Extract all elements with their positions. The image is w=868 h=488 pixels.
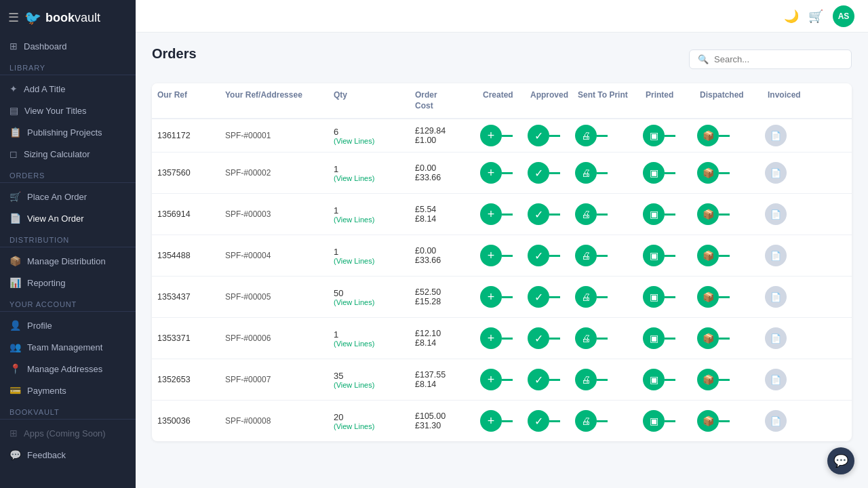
dashboard-label: Dashboard: [24, 41, 67, 52]
pipe-line-2: [597, 296, 608, 298]
sidebar-item-reporting[interactable]: 📊 Reporting: [0, 272, 136, 293]
view-order-label: View An Order: [27, 214, 84, 224]
status-dot-check: ✓: [528, 203, 549, 225]
col-qty: Qty: [328, 83, 410, 118]
status-plus-cell: +: [477, 239, 525, 272]
status-dot-monitor: ▣: [643, 286, 665, 308]
status-dot-doc: 📄: [765, 245, 787, 266]
view-lines-link[interactable]: (View Lines): [334, 174, 404, 182]
order-cost-cell: £12.10£8.14: [410, 322, 477, 354]
status-dot-check: ✓: [528, 162, 549, 184]
view-lines-link[interactable]: (View Lines): [334, 422, 404, 430]
status-doc-cell: 📄: [762, 405, 816, 437]
status-box-cell: 📦: [694, 198, 762, 230]
pipe-line-3: [665, 172, 675, 174]
table-row: 1356914SPF-#000031(View Lines)£5.54£8.14…: [152, 194, 852, 235]
your-ref-cell: SPF-#00001: [220, 124, 328, 147]
order-cost-cell: £105.00£31.30: [410, 405, 477, 437]
search-input[interactable]: [714, 54, 843, 64]
pipe-line-3: [665, 296, 675, 298]
pipe-line-2: [597, 420, 608, 422]
bookvault-section: Bookvault: [0, 401, 136, 420]
actions-cell: View OrderTracking: [816, 359, 852, 400]
status-plus-cell: +: [477, 405, 525, 437]
reporting-label: Reporting: [27, 278, 65, 288]
order-cost-cell: £0.00£33.66: [410, 239, 477, 272]
pipe-line-1: [549, 338, 560, 340]
team-label: Team Management: [27, 342, 102, 352]
pipe-line-1: [549, 420, 560, 422]
qty-cell: 1(View Lines): [328, 323, 410, 354]
qty-cell: 35(View Lines): [328, 364, 410, 396]
status-dot-monitor: ▣: [643, 410, 665, 432]
chat-bubble[interactable]: 💬: [827, 447, 854, 474]
sidebar-item-payments[interactable]: 💳 Payments: [0, 380, 136, 401]
search-icon: 🔍: [698, 54, 709, 64]
status-dot-check: ✓: [528, 327, 549, 349]
sidebar-item-feedback[interactable]: 💬 Feedback: [0, 444, 136, 466]
col-order-cost: OrderCost: [410, 83, 477, 118]
page-title: Orders: [152, 46, 197, 62]
status-printer-cell: 🖨: [572, 405, 640, 437]
account-section: Your Account: [0, 293, 136, 312]
sidebar-item-dashboard[interactable]: ⊞ Dashboard: [0, 35, 136, 57]
table-row: 1350036SPF-#0000820(View Lines)£105.00£3…: [152, 401, 852, 441]
actions-cell: View OrderTracking: [816, 194, 852, 235]
status-dot-monitor: ▣: [643, 369, 665, 390]
sidebar-item-view-order[interactable]: 📄 View An Order: [0, 207, 136, 229]
pipe-line-3: [665, 135, 675, 137]
view-lines-link[interactable]: (View Lines): [334, 257, 404, 265]
sidebar-item-add-title[interactable]: ✦ Add A Title: [0, 78, 136, 100]
avatar[interactable]: AS: [833, 5, 854, 27]
publishing-label: Publishing Projects: [27, 127, 102, 138]
pipe-line-1: [549, 172, 560, 174]
order-cost-cell: £129.84£1.00: [410, 119, 477, 152]
pipe-line-4: [719, 338, 730, 340]
sidebar-item-team[interactable]: 👥 Team Management: [0, 336, 136, 358]
status-check-cell: ✓: [525, 119, 572, 152]
pipe-line-2: [597, 172, 608, 174]
status-monitor-cell: ▣: [640, 281, 694, 313]
qty-cell: 20(View Lines): [328, 405, 410, 437]
view-lines-link[interactable]: (View Lines): [334, 137, 404, 145]
sidebar-item-manage-dist[interactable]: 📦 Manage Distribution: [0, 250, 136, 272]
sizing-icon: ◻: [9, 148, 18, 159]
pipe-line-0: [502, 172, 513, 174]
apps-icon: ⊞: [9, 428, 18, 439]
apps-label: Apps (Coming Soon): [24, 428, 106, 439]
view-lines-link[interactable]: (View Lines): [334, 216, 404, 224]
col-created: Created: [477, 83, 525, 118]
status-plus-cell: +: [477, 322, 525, 354]
view-lines-link[interactable]: (View Lines): [334, 298, 404, 306]
sidebar-item-place-order[interactable]: 🛒 Place An Order: [0, 186, 136, 207]
status-dot-plus: +: [480, 125, 502, 146]
addresses-icon: 📍: [9, 363, 21, 374]
pipe-line-3: [665, 379, 675, 381]
col-printed: Printed: [640, 83, 694, 118]
hamburger-icon[interactable]: ☰: [8, 10, 19, 25]
view-lines-link[interactable]: (View Lines): [334, 340, 404, 348]
status-monitor-cell: ▣: [640, 322, 694, 354]
col-dispatched: Dispatched: [694, 83, 762, 118]
status-monitor-cell: ▣: [640, 157, 694, 189]
sidebar-item-addresses[interactable]: 📍 Manage Addresses: [0, 358, 136, 380]
col-sent-print: Sent To Print: [572, 83, 640, 118]
qty-cell: 1(View Lines): [328, 157, 410, 189]
actions-cell: View OrderTracking: [816, 277, 852, 317]
content-area: Orders 🔍 Our Ref Your Ref/Addressee Qty …: [136, 33, 868, 488]
sidebar-item-sizing[interactable]: ◻ Sizing Calculator: [0, 143, 136, 165]
pipe-line-3: [665, 420, 675, 422]
sidebar-item-view-titles[interactable]: ▤ View Your Titles: [0, 100, 136, 121]
moon-icon[interactable]: 🌙: [784, 9, 799, 24]
table-row: 1357560SPF-#000021(View Lines)£0.00£33.6…: [152, 152, 852, 194]
pipe-line-2: [597, 338, 608, 340]
status-dot-box: 📦: [697, 162, 719, 184]
view-lines-link[interactable]: (View Lines): [334, 381, 404, 389]
pipe-line-1: [549, 255, 560, 257]
status-check-cell: ✓: [525, 239, 572, 272]
sidebar-item-publishing[interactable]: 📋 Publishing Projects: [0, 121, 136, 143]
status-dot-monitor: ▣: [643, 327, 665, 349]
table-header: Our Ref Your Ref/Addressee Qty OrderCost…: [152, 83, 852, 119]
sidebar-item-profile[interactable]: 👤 Profile: [0, 314, 136, 336]
cart-icon[interactable]: 🛒: [808, 9, 823, 24]
